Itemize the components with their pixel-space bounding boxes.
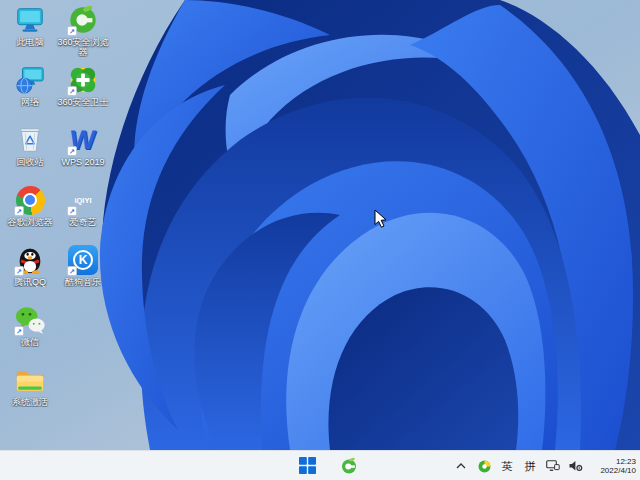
icon-label: 微信 [3,337,57,347]
folder-icon [14,364,46,396]
shortcut-arrow-icon [14,326,24,336]
wps-2019-icon: W [67,124,99,156]
desktop-icon-iqiyi[interactable]: iQIYI 爱奇艺 [57,184,109,244]
icon-label: 系统激活 [3,397,57,407]
desktop-icon-recycle-bin[interactable]: 回收站 [4,124,56,184]
network-icon [14,64,46,96]
desktop-icon-network[interactable]: 网络 [4,64,56,124]
desktop-icon-360-safe-browser[interactable]: 360安全浏览器 [57,4,109,64]
browser-taskbar-button[interactable] [336,453,362,479]
icon-label: 腾讯QQ [3,277,57,287]
desktop-icon-kugou-music[interactable]: K 酷狗音乐 [57,244,109,304]
system-tray: 英 拼 12:23 2022/4/10 [454,451,636,480]
icon-label: 360安全卫士 [56,97,110,107]
icon-label: 酷狗音乐 [56,277,110,287]
start-button[interactable] [294,453,320,479]
desktop-wallpaper[interactable]: 此电脑 360安全浏览器 [0,0,640,450]
icon-label: 谷歌浏览器 [3,217,57,227]
volume-settings-icon [569,460,583,472]
desktop-icon-tencent-qq[interactable]: 腾讯QQ [4,244,56,304]
icon-label: 360安全浏览器 [56,37,110,57]
qq-penguin-icon [14,244,46,276]
taskbar-clock[interactable]: 12:23 2022/4/10 [592,457,636,475]
desktop-icon-activation-folder[interactable]: 系统激活 [4,364,56,424]
desktop-icon-wps-2019[interactable]: W WPS 2019 [57,124,109,184]
360-browser-e-icon [340,457,358,475]
this-pc-icon [14,4,46,36]
network-monitor-icon [546,460,560,472]
desktop-icon-wechat[interactable]: 微信 [4,304,56,364]
ime-mode-indicator[interactable]: 拼 [523,454,537,478]
360-security-guard-icon [67,64,99,96]
chrome-icon [14,184,46,216]
desktop-icon-grid: 此电脑 360安全浏览器 [6,4,107,424]
kugou-music-icon: K [67,244,99,276]
network-tray-button[interactable] [546,454,560,478]
iqiyi-icon: iQIYI [67,184,99,216]
360-tray-icon [478,460,491,473]
clock-time: 12:23 [594,457,636,466]
clock-date: 2022/4/10 [594,466,636,475]
icon-label: 回收站 [3,157,57,167]
shortcut-arrow-icon [67,206,77,216]
icon-label: 网络 [3,97,57,107]
shortcut-arrow-icon [14,266,24,276]
icon-label: 此电脑 [3,37,57,47]
volume-tray-button[interactable] [569,454,583,478]
taskbar-center-icons [294,451,362,480]
shortcut-arrow-icon [67,146,77,156]
shortcut-arrow-icon [67,266,77,276]
tray-360-icon[interactable] [477,454,491,478]
ime-language-indicator[interactable]: 英 [500,454,514,478]
icon-label: WPS 2019 [56,157,110,167]
360-safe-browser-icon [67,4,99,36]
shortcut-arrow-icon [14,206,24,216]
recycle-bin-icon [14,124,46,156]
shortcut-arrow-icon [67,26,77,36]
desktop-icon-this-pc[interactable]: 此电脑 [4,4,56,64]
wechat-icon [14,304,46,336]
windows-logo-icon [299,457,316,474]
shortcut-arrow-icon [67,86,77,96]
desktop-icon-360-security-guard[interactable]: 360安全卫士 [57,64,109,124]
taskbar: 英 拼 12:23 2022/4/10 [0,450,640,480]
chevron-up-icon [456,463,466,469]
tray-overflow-chevron[interactable] [454,454,468,478]
desktop-icon-chrome[interactable]: 谷歌浏览器 [4,184,56,244]
icon-label: 爱奇艺 [56,217,110,227]
